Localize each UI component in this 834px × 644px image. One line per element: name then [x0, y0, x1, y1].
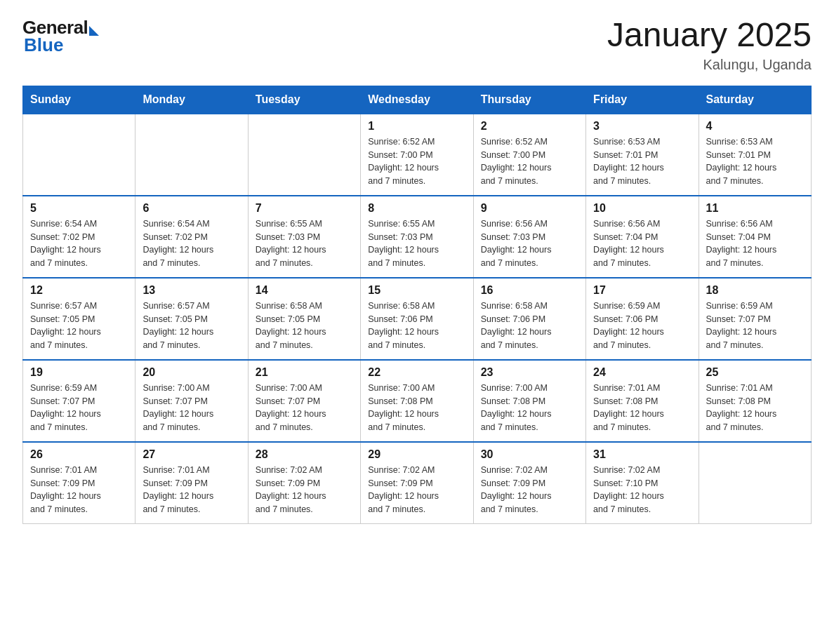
day-number: 22	[368, 366, 465, 379]
calendar-cell: 1Sunrise: 6:52 AMSunset: 7:00 PMDaylight…	[361, 114, 473, 196]
day-number: 8	[368, 202, 465, 215]
day-info: Sunrise: 7:01 AMSunset: 7:09 PMDaylight:…	[143, 464, 240, 516]
day-info: Sunrise: 7:02 AMSunset: 7:09 PMDaylight:…	[368, 464, 465, 516]
day-info: Sunrise: 6:52 AMSunset: 7:00 PMDaylight:…	[481, 135, 578, 188]
day-number: 15	[368, 284, 465, 297]
day-info: Sunrise: 7:00 AMSunset: 7:08 PMDaylight:…	[481, 382, 578, 434]
day-info: Sunrise: 7:01 AMSunset: 7:09 PMDaylight:…	[30, 464, 128, 516]
calendar-cell: 29Sunrise: 7:02 AMSunset: 7:09 PMDayligh…	[361, 442, 473, 524]
day-number: 17	[593, 284, 691, 297]
day-number: 16	[481, 284, 578, 297]
calendar-week-row: 19Sunrise: 6:59 AMSunset: 7:07 PMDayligh…	[23, 360, 812, 442]
day-number: 31	[593, 448, 691, 461]
calendar-header-saturday: Saturday	[699, 86, 811, 114]
day-info: Sunrise: 6:54 AMSunset: 7:02 PMDaylight:…	[143, 217, 240, 270]
calendar-week-row: 12Sunrise: 6:57 AMSunset: 7:05 PMDayligh…	[23, 278, 812, 360]
calendar-cell: 17Sunrise: 6:59 AMSunset: 7:06 PMDayligh…	[586, 278, 699, 360]
day-info: Sunrise: 6:59 AMSunset: 7:07 PMDaylight:…	[706, 300, 804, 352]
calendar-header-tuesday: Tuesday	[248, 86, 360, 114]
day-info: Sunrise: 6:58 AMSunset: 7:06 PMDaylight:…	[368, 300, 465, 352]
day-number: 1	[368, 120, 465, 133]
day-info: Sunrise: 6:58 AMSunset: 7:06 PMDaylight:…	[481, 300, 578, 352]
day-number: 2	[481, 120, 578, 133]
day-info: Sunrise: 6:55 AMSunset: 7:03 PMDaylight:…	[368, 217, 465, 270]
calendar-cell: 31Sunrise: 7:02 AMSunset: 7:10 PMDayligh…	[586, 442, 699, 524]
calendar-cell	[248, 114, 360, 196]
day-info: Sunrise: 6:54 AMSunset: 7:02 PMDaylight:…	[30, 217, 128, 270]
day-number: 27	[143, 448, 240, 461]
day-number: 26	[30, 448, 128, 461]
calendar-cell: 28Sunrise: 7:02 AMSunset: 7:09 PMDayligh…	[248, 442, 360, 524]
calendar-cell: 23Sunrise: 7:00 AMSunset: 7:08 PMDayligh…	[473, 360, 585, 442]
page-subtitle: Kalungu, Uganda	[607, 57, 812, 73]
calendar-header-thursday: Thursday	[473, 86, 585, 114]
calendar-week-row: 5Sunrise: 6:54 AMSunset: 7:02 PMDaylight…	[23, 196, 812, 278]
day-number: 25	[706, 366, 804, 379]
day-info: Sunrise: 7:02 AMSunset: 7:09 PMDaylight:…	[256, 464, 353, 516]
day-info: Sunrise: 6:53 AMSunset: 7:01 PMDaylight:…	[593, 135, 691, 188]
calendar-header-row: SundayMondayTuesdayWednesdayThursdayFrid…	[23, 86, 812, 114]
day-number: 13	[143, 284, 240, 297]
calendar-cell: 20Sunrise: 7:00 AMSunset: 7:07 PMDayligh…	[135, 360, 248, 442]
calendar-cell: 10Sunrise: 6:56 AMSunset: 7:04 PMDayligh…	[586, 196, 699, 278]
calendar-cell: 14Sunrise: 6:58 AMSunset: 7:05 PMDayligh…	[248, 278, 360, 360]
calendar-cell: 13Sunrise: 6:57 AMSunset: 7:05 PMDayligh…	[135, 278, 248, 360]
calendar-cell: 12Sunrise: 6:57 AMSunset: 7:05 PMDayligh…	[23, 278, 135, 360]
logo-blue-text: Blue	[24, 34, 63, 56]
calendar-cell: 27Sunrise: 7:01 AMSunset: 7:09 PMDayligh…	[135, 442, 248, 524]
day-number: 6	[143, 202, 240, 215]
day-number: 21	[256, 366, 353, 379]
day-number: 30	[481, 448, 578, 461]
calendar-cell: 5Sunrise: 6:54 AMSunset: 7:02 PMDaylight…	[23, 196, 135, 278]
day-number: 11	[706, 202, 804, 215]
day-number: 18	[706, 284, 804, 297]
calendar-cell	[699, 442, 811, 524]
day-number: 29	[368, 448, 465, 461]
day-info: Sunrise: 7:02 AMSunset: 7:09 PMDaylight:…	[481, 464, 578, 516]
calendar-week-row: 26Sunrise: 7:01 AMSunset: 7:09 PMDayligh…	[23, 442, 812, 524]
calendar-week-row: 1Sunrise: 6:52 AMSunset: 7:00 PMDaylight…	[23, 114, 812, 196]
calendar-cell	[135, 114, 248, 196]
day-number: 24	[593, 366, 691, 379]
calendar-table: SundayMondayTuesdayWednesdayThursdayFrid…	[22, 86, 812, 524]
day-number: 3	[593, 120, 691, 133]
day-info: Sunrise: 7:00 AMSunset: 7:08 PMDaylight:…	[368, 382, 465, 434]
day-number: 10	[593, 202, 691, 215]
day-info: Sunrise: 6:53 AMSunset: 7:01 PMDaylight:…	[706, 135, 804, 188]
calendar-header-sunday: Sunday	[23, 86, 135, 114]
calendar-cell: 19Sunrise: 6:59 AMSunset: 7:07 PMDayligh…	[23, 360, 135, 442]
day-info: Sunrise: 6:55 AMSunset: 7:03 PMDaylight:…	[256, 217, 353, 270]
day-info: Sunrise: 7:00 AMSunset: 7:07 PMDaylight:…	[256, 382, 353, 434]
day-info: Sunrise: 6:57 AMSunset: 7:05 PMDaylight:…	[30, 300, 128, 352]
day-info: Sunrise: 6:56 AMSunset: 7:03 PMDaylight:…	[481, 217, 578, 270]
calendar-header-wednesday: Wednesday	[361, 86, 473, 114]
calendar-cell: 24Sunrise: 7:01 AMSunset: 7:08 PMDayligh…	[586, 360, 699, 442]
calendar-cell: 2Sunrise: 6:52 AMSunset: 7:00 PMDaylight…	[473, 114, 585, 196]
day-info: Sunrise: 6:59 AMSunset: 7:06 PMDaylight:…	[593, 300, 691, 352]
day-number: 4	[706, 120, 804, 133]
day-info: Sunrise: 6:59 AMSunset: 7:07 PMDaylight:…	[30, 382, 128, 434]
calendar-cell: 8Sunrise: 6:55 AMSunset: 7:03 PMDaylight…	[361, 196, 473, 278]
day-info: Sunrise: 7:01 AMSunset: 7:08 PMDaylight:…	[706, 382, 804, 434]
day-number: 19	[30, 366, 128, 379]
page-header: General Blue January 2025 Kalungu, Ugand…	[22, 17, 812, 73]
day-info: Sunrise: 6:52 AMSunset: 7:00 PMDaylight:…	[368, 135, 465, 188]
calendar-cell: 15Sunrise: 6:58 AMSunset: 7:06 PMDayligh…	[361, 278, 473, 360]
calendar-cell: 16Sunrise: 6:58 AMSunset: 7:06 PMDayligh…	[473, 278, 585, 360]
calendar-header-monday: Monday	[135, 86, 248, 114]
day-info: Sunrise: 6:56 AMSunset: 7:04 PMDaylight:…	[706, 217, 804, 270]
calendar-cell: 7Sunrise: 6:55 AMSunset: 7:03 PMDaylight…	[248, 196, 360, 278]
day-number: 5	[30, 202, 128, 215]
calendar-cell: 9Sunrise: 6:56 AMSunset: 7:03 PMDaylight…	[473, 196, 585, 278]
day-info: Sunrise: 6:56 AMSunset: 7:04 PMDaylight:…	[593, 217, 691, 270]
calendar-cell: 6Sunrise: 6:54 AMSunset: 7:02 PMDaylight…	[135, 196, 248, 278]
calendar-cell: 30Sunrise: 7:02 AMSunset: 7:09 PMDayligh…	[473, 442, 585, 524]
logo-triangle-icon	[89, 26, 99, 36]
calendar-cell	[23, 114, 135, 196]
day-number: 20	[143, 366, 240, 379]
day-number: 14	[256, 284, 353, 297]
day-number: 9	[481, 202, 578, 215]
day-number: 12	[30, 284, 128, 297]
calendar-header-friday: Friday	[586, 86, 699, 114]
day-info: Sunrise: 7:02 AMSunset: 7:10 PMDaylight:…	[593, 464, 691, 516]
